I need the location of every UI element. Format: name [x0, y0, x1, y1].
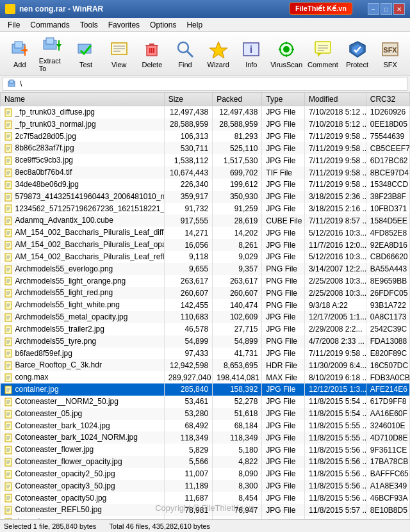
menu-favorites[interactable]: Favorites: [103, 19, 145, 31]
file-size: 28,588,959: [164, 118, 212, 131]
file-icon: [4, 120, 13, 129]
close-button[interactable]: ✕: [393, 3, 405, 15]
col-header-type[interactable]: Type: [262, 93, 305, 106]
maximize-button[interactable]: □: [381, 3, 392, 15]
table-row[interactable]: Archmodels55_light_orange.png263,617263,…: [1, 275, 410, 287]
table-row[interactable]: Archmodels55_trailer2.jpg46,57827,715JPG…: [1, 323, 410, 335]
file-icon: [4, 277, 13, 286]
file-name: 8b86c283af7f.jpg: [1, 142, 165, 154]
minimize-button[interactable]: −: [368, 3, 379, 15]
file-modified: 5/12/2016 10:3...: [305, 227, 366, 239]
table-row[interactable]: Cotoneaster_opacity50.jpg11,6878,454JPG …: [1, 492, 410, 504]
file-packed: 9,029: [213, 251, 262, 263]
file-name: b6faed8f59ef.jpg: [1, 348, 165, 360]
file-crc32: 3246010E: [366, 420, 409, 432]
menu-tools[interactable]: Tools: [75, 19, 103, 31]
table-row[interactable]: Barce_Rooftop_C_3k.hdr12,942,5988,653,69…: [1, 359, 410, 371]
table-row[interactable]: 579873_414325141960443_2006481010_n.jpg3…: [1, 191, 410, 203]
file-packed: 68,184: [213, 420, 262, 432]
table-row[interactable]: Cotoneaster_opacity2_50.jpg11,0078,090JP…: [1, 468, 410, 480]
address-bar[interactable]: \: [3, 77, 407, 91]
file-crc32: 10FBD371: [366, 203, 409, 215]
table-row[interactable]: 8b86c283af7f.jpg530,711525,110JPG File7/…: [1, 142, 410, 154]
table-row[interactable]: 8ec8a0bf76b4.tif10,674,443699,702TIF Fil…: [1, 166, 410, 179]
table-row[interactable]: Cotoneaster_REFL50.jpg78,98176,947JPG Fi…: [1, 504, 410, 516]
file-type: PNG File: [262, 299, 305, 311]
file-modified: 11/8/2015 5:56 ...: [305, 492, 366, 504]
menu-commands[interactable]: Commands: [25, 19, 74, 31]
table-row[interactable]: Archmodels55_light_white.png142,455140,4…: [1, 299, 410, 311]
file-packed: 198,414,081: [213, 371, 262, 383]
add-button[interactable]: Add: [4, 35, 36, 72]
file-packed: 8,653,695: [213, 359, 262, 371]
virusscan-button[interactable]: VirusScan: [268, 35, 304, 72]
test-button[interactable]: Test: [70, 35, 102, 72]
file-type: JPG File: [262, 179, 305, 191]
col-header-packed[interactable]: Packed: [213, 93, 262, 106]
col-header-name[interactable]: Name: [1, 93, 165, 106]
file-size: 530,711: [164, 142, 212, 154]
table-row[interactable]: 2c7f5ad28d05.jpg106,31381,293JPG File7/1…: [1, 131, 410, 143]
title-bar-left: nen cong.rar - WinRAR: [5, 4, 103, 14]
file-list-body: _fp_trunk03_diffuse.jpg12,497,43812,497,…: [1, 106, 410, 520]
comment-button[interactable]: Comment: [306, 35, 340, 72]
file-size: 260,607: [164, 287, 212, 299]
view-label: View: [111, 61, 127, 69]
file-modified: 8/10/2019 6:18 ...: [305, 371, 366, 383]
info-icon: i: [241, 39, 261, 60]
svg-point-20: [178, 42, 188, 52]
menu-file[interactable]: File: [3, 19, 25, 31]
file-table: Name Size Packed Type Modified CRC32 _fp…: [0, 92, 410, 519]
file-size: 54,899: [164, 335, 212, 348]
col-header-modified[interactable]: Modified: [305, 93, 366, 106]
table-row[interactable]: Cotoneaster_opacity3_50.jpg11,1898,300JP…: [1, 480, 410, 492]
file-type: JPG File: [262, 251, 305, 263]
table-row[interactable]: cong.max289,927,040198,414,081MAX File8/…: [1, 371, 410, 383]
file-name: AM_154_002_Baccharis_Piluralis_Leaf_refl…: [1, 251, 165, 263]
table-row[interactable]: Cotoneaster__NORM2_50.jpg53,46152,278JPG…: [1, 396, 410, 408]
file-name: 2c7f5ad28d05.jpg: [1, 131, 165, 143]
menu-options[interactable]: Options: [145, 19, 181, 31]
wizard-button[interactable]: Wizard: [202, 35, 234, 72]
table-row[interactable]: 8ce9ff5c9cb3.jpg1,538,1121,517,530JPG Fi…: [1, 154, 410, 166]
table-row[interactable]: Archmodels55_light_red.png260,607260,607…: [1, 287, 410, 299]
delete-button[interactable]: Delete: [136, 35, 168, 72]
table-row[interactable]: container.jpg285,840158,392JPG File12/12…: [1, 383, 410, 396]
table-row[interactable]: Cotoneaster_flower.jpg5,8295,180JPG File…: [1, 444, 410, 456]
table-row[interactable]: _fp_trunk03_diffuse.jpg12,497,43812,497,…: [1, 106, 410, 118]
menu-help[interactable]: Help: [181, 19, 208, 31]
table-row[interactable]: Archmodels55_tyre.png54,89954,899PNG Fil…: [1, 335, 410, 348]
table-row[interactable]: Archmodels55_metal_opacity.jpg110,683102…: [1, 311, 410, 323]
table-row[interactable]: b6faed8f59ef.jpg97,43341,731JPG File7/11…: [1, 348, 410, 360]
svg-rect-1: [15, 42, 22, 48]
table-row[interactable]: Cotoneaster_bark_1024_NORM.jpg118,349118…: [1, 431, 410, 444]
table-row[interactable]: Adanmq_Advantix_100.cube917,55528,619CUB…: [1, 214, 410, 227]
table-row[interactable]: AM_154_002_Baccharis_Piluralis_Leaf_diff…: [1, 227, 410, 239]
table-row[interactable]: Cotoneaster_05.jpg53,28051,618JPG File11…: [1, 408, 410, 420]
col-header-size[interactable]: Size: [164, 93, 212, 106]
table-row[interactable]: Archmodels55_everlogo.png9,6559,357PNG F…: [1, 263, 410, 275]
title-bar-buttons[interactable]: − □ ✕: [368, 3, 405, 15]
table-row[interactable]: Cotoneaster_flower_opacity.jpg5,5664,822…: [1, 456, 410, 468]
info-button[interactable]: i Info: [235, 35, 267, 72]
sfx-label: SFX: [384, 61, 397, 69]
file-list-container[interactable]: Name Size Packed Type Modified CRC32 _fp…: [0, 92, 410, 519]
file-modified: 7/11/2019 9:58 ...: [305, 179, 366, 191]
table-row[interactable]: AM_154_002_Baccharis_Piluralis_Leaf_refl…: [1, 251, 410, 263]
protect-button[interactable]: Protect: [341, 35, 373, 72]
table-row[interactable]: _fp_trunk03_normal.jpg28,588,95928,588,9…: [1, 118, 410, 131]
sfx-button[interactable]: SFX SFX: [374, 35, 406, 72]
wizard-icon: [208, 39, 229, 60]
find-button[interactable]: Find: [169, 35, 201, 72]
table-row[interactable]: 34de48be06d9.jpg226,340199,612JPG File7/…: [1, 179, 410, 191]
extract-button[interactable]: Extract To: [37, 35, 69, 72]
table-row[interactable]: 1234562_571257196267236_1621518221_n.jpg…: [1, 203, 410, 215]
file-type: JPG File: [262, 106, 305, 118]
table-row[interactable]: AM_154_002_Baccharis_Piluralis_Leaf_opac…: [1, 239, 410, 251]
file-icon: [4, 433, 13, 442]
file-modified: 7/10/2018 5:12 ...: [305, 118, 366, 131]
view-button[interactable]: View: [103, 35, 135, 72]
col-header-crc32[interactable]: CRC32: [366, 93, 409, 106]
table-row[interactable]: Cotoneaster_bark_1024.jpg68,49268,184JPG…: [1, 420, 410, 432]
file-packed: 525,110: [213, 142, 262, 154]
